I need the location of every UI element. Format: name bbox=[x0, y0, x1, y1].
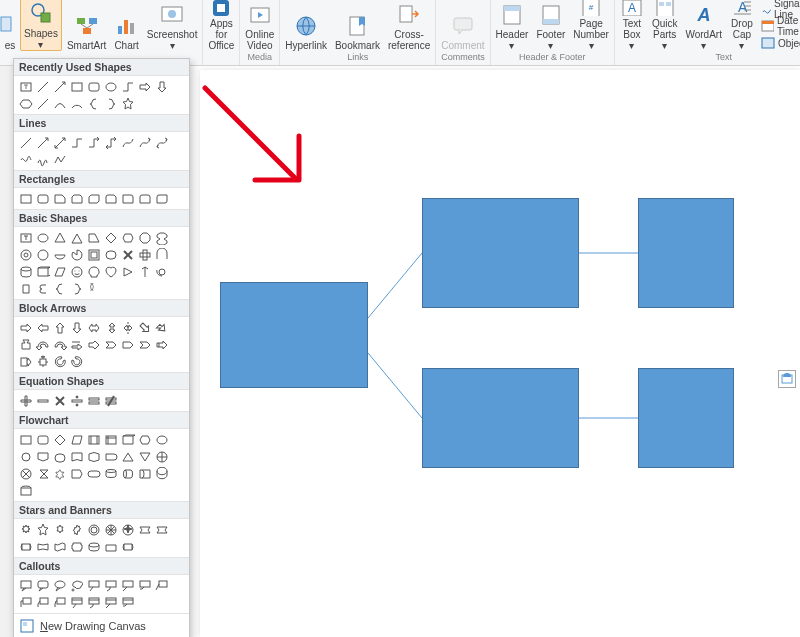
s[interactable] bbox=[120, 337, 135, 352]
shape-hexagon[interactable] bbox=[18, 96, 33, 111]
s[interactable] bbox=[137, 449, 152, 464]
s[interactable] bbox=[86, 578, 101, 593]
s[interactable] bbox=[52, 337, 67, 352]
shape-brace-r[interactable] bbox=[103, 96, 118, 111]
s[interactable] bbox=[18, 247, 33, 262]
s[interactable] bbox=[154, 432, 169, 447]
s[interactable] bbox=[86, 522, 101, 537]
s[interactable] bbox=[120, 595, 135, 610]
date-time-button[interactable]: Date & Time bbox=[759, 18, 800, 34]
s[interactable] bbox=[69, 466, 84, 481]
s[interactable] bbox=[137, 466, 152, 481]
s[interactable] bbox=[69, 578, 84, 593]
shape-arrow-down[interactable] bbox=[154, 79, 169, 94]
s[interactable] bbox=[103, 393, 118, 408]
s[interactable] bbox=[69, 432, 84, 447]
s[interactable] bbox=[86, 539, 101, 554]
s[interactable] bbox=[69, 393, 84, 408]
s[interactable] bbox=[35, 354, 50, 369]
dropcap-button[interactable]: A Drop Cap ▾ bbox=[727, 0, 757, 51]
s[interactable] bbox=[52, 281, 67, 296]
bookmark-button[interactable]: Bookmark bbox=[332, 0, 383, 51]
s[interactable] bbox=[86, 320, 101, 335]
s[interactable] bbox=[69, 539, 84, 554]
s[interactable] bbox=[35, 230, 50, 245]
shape-line-arrow[interactable] bbox=[35, 135, 50, 150]
s[interactable] bbox=[103, 230, 118, 245]
shape-freeform[interactable] bbox=[18, 152, 33, 167]
s[interactable] bbox=[103, 432, 118, 447]
s[interactable] bbox=[103, 449, 118, 464]
shape-arrow-right[interactable] bbox=[137, 79, 152, 94]
s[interactable] bbox=[137, 230, 152, 245]
shape-polyline[interactable] bbox=[52, 152, 67, 167]
s[interactable] bbox=[52, 449, 67, 464]
s[interactable] bbox=[35, 466, 50, 481]
s[interactable] bbox=[52, 393, 67, 408]
s[interactable] bbox=[103, 337, 118, 352]
shape-brace-l[interactable] bbox=[86, 96, 101, 111]
online-video-button[interactable]: Online Video bbox=[242, 0, 277, 51]
shape-line-arrow[interactable] bbox=[52, 79, 67, 94]
s[interactable] bbox=[35, 320, 50, 335]
s[interactable] bbox=[18, 281, 33, 296]
shape-round2same[interactable] bbox=[137, 191, 152, 206]
s[interactable] bbox=[18, 578, 33, 593]
footer-button[interactable]: Footer▾ bbox=[533, 0, 568, 51]
shape-snip1[interactable] bbox=[52, 191, 67, 206]
s[interactable] bbox=[52, 264, 67, 279]
s[interactable] bbox=[120, 320, 135, 335]
shape-rect[interactable] bbox=[18, 191, 33, 206]
s[interactable] bbox=[69, 230, 84, 245]
s[interactable] bbox=[52, 578, 67, 593]
s[interactable] bbox=[52, 230, 67, 245]
s[interactable] bbox=[18, 320, 33, 335]
shape-rounded-rect[interactable] bbox=[86, 79, 101, 94]
shape-arc[interactable] bbox=[69, 96, 84, 111]
s[interactable] bbox=[35, 539, 50, 554]
shape-rectangle[interactable] bbox=[69, 79, 84, 94]
s[interactable] bbox=[35, 393, 50, 408]
s[interactable] bbox=[154, 247, 169, 262]
shape-curve[interactable] bbox=[120, 135, 135, 150]
s[interactable] bbox=[35, 522, 50, 537]
shape-star[interactable] bbox=[120, 96, 135, 111]
s[interactable] bbox=[69, 595, 84, 610]
page-number-button[interactable]: # Page Number ▾ bbox=[570, 0, 612, 51]
s[interactable] bbox=[103, 320, 118, 335]
diagram-rect[interactable] bbox=[220, 282, 368, 388]
s[interactable] bbox=[52, 595, 67, 610]
s[interactable] bbox=[18, 595, 33, 610]
apps-for-office-button[interactable]: Apps for Office bbox=[205, 0, 237, 51]
shape-curve-arrow[interactable] bbox=[137, 135, 152, 150]
shape-round2diag[interactable] bbox=[154, 191, 169, 206]
s[interactable] bbox=[18, 466, 33, 481]
s[interactable] bbox=[69, 281, 84, 296]
s[interactable] bbox=[69, 522, 84, 537]
cross-reference-button[interactable]: Cross- reference bbox=[385, 0, 433, 51]
shape-line[interactable] bbox=[35, 79, 50, 94]
s[interactable] bbox=[18, 337, 33, 352]
s[interactable] bbox=[154, 337, 169, 352]
new-drawing-canvas[interactable]: New Drawing Canvas bbox=[14, 613, 189, 637]
s[interactable] bbox=[120, 539, 135, 554]
shape-oval[interactable] bbox=[103, 79, 118, 94]
s[interactable] bbox=[86, 466, 101, 481]
s[interactable] bbox=[69, 247, 84, 262]
s[interactable] bbox=[86, 337, 101, 352]
s[interactable] bbox=[120, 247, 135, 262]
s[interactable] bbox=[154, 264, 169, 279]
s[interactable] bbox=[18, 522, 33, 537]
shape-elbow-double[interactable] bbox=[103, 135, 118, 150]
s[interactable] bbox=[120, 578, 135, 593]
unknown-left-button[interactable]: es bbox=[2, 0, 18, 51]
shape-curve-double[interactable] bbox=[154, 135, 169, 150]
wordart-button[interactable]: A WordArt▾ bbox=[682, 0, 725, 51]
shape-round-rect[interactable] bbox=[35, 191, 50, 206]
s[interactable] bbox=[52, 354, 67, 369]
s[interactable] bbox=[86, 595, 101, 610]
s[interactable] bbox=[52, 247, 67, 262]
s[interactable] bbox=[18, 483, 33, 498]
s[interactable] bbox=[18, 432, 33, 447]
s[interactable] bbox=[35, 281, 50, 296]
